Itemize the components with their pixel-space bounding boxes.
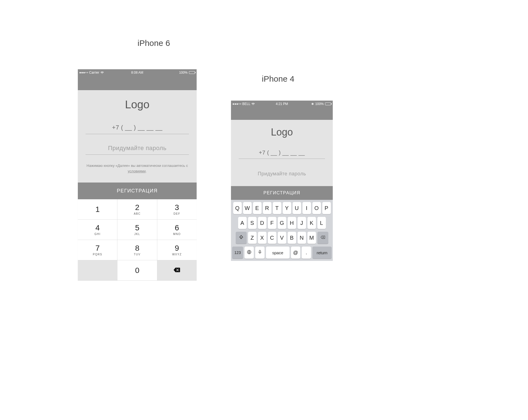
keypad-key-5[interactable]: 5JKL <box>117 220 157 240</box>
globe-key[interactable] <box>244 247 254 259</box>
key-l[interactable]: L <box>317 217 326 229</box>
carrier-label: Carrier <box>89 71 99 74</box>
keypad-key-9[interactable]: 9WXYZ <box>157 240 197 260</box>
battery-percent: 100% <box>315 102 324 106</box>
return-key[interactable]: return <box>312 247 332 259</box>
device-label-iphone6: iPhone 6 <box>138 38 170 48</box>
key-p[interactable]: P <box>322 202 331 214</box>
key-q[interactable]: Q <box>233 202 242 214</box>
device-label-iphone4: iPhone 4 <box>262 74 294 84</box>
space-key[interactable]: space <box>266 247 290 259</box>
numbers-switch-key[interactable]: 123 <box>232 247 243 259</box>
register-button[interactable]: РЕГИСТРАЦИЯ <box>78 183 197 199</box>
phone-iphone4: BELL 4:21 PM ✱ 100% Logo +7 ( __ ) __ __… <box>231 101 333 261</box>
form-content: Logo +7 ( __ ) __ __ __ Придумайте парол… <box>78 90 197 183</box>
password-input[interactable]: Придумайте пароль <box>239 169 325 179</box>
key-d[interactable]: D <box>258 217 266 229</box>
key-t[interactable]: T <box>273 202 281 214</box>
key-k[interactable]: K <box>307 217 316 229</box>
numeric-keypad: 12ABC3DEF4GHI5JKL6MNO7PQRS8TUV9WXYZ 0 <box>78 199 197 281</box>
keypad-key-7[interactable]: 7PQRS <box>78 240 117 260</box>
keypad-key-8[interactable]: 8TUV <box>117 240 157 260</box>
bluetooth-icon: ✱ <box>311 102 314 106</box>
key-f[interactable]: F <box>268 217 276 229</box>
wifi-icon <box>100 71 104 74</box>
phone-input[interactable]: +7 ( __ ) __ __ __ <box>86 122 189 134</box>
nav-bar <box>231 107 333 120</box>
keypad-key-4[interactable]: 4GHI <box>78 220 117 240</box>
mic-key[interactable] <box>255 247 265 259</box>
key-n[interactable]: N <box>298 232 306 244</box>
mic-icon <box>257 250 262 256</box>
signal-dots-icon <box>233 103 241 105</box>
key-s[interactable]: S <box>248 217 257 229</box>
logo-text: Logo <box>237 126 327 138</box>
key-u[interactable]: U <box>293 202 301 214</box>
keypad-blank <box>78 260 117 281</box>
battery-icon <box>325 103 331 105</box>
key-h[interactable]: H <box>288 217 296 229</box>
key-y[interactable]: Y <box>283 202 291 214</box>
svg-rect-1 <box>259 250 261 252</box>
key-w[interactable]: W <box>243 202 252 214</box>
key-i[interactable]: I <box>302 202 311 214</box>
backspace-key[interactable] <box>317 232 328 244</box>
status-time: 8:08 AM <box>131 71 143 74</box>
keypad-key-0[interactable]: 0 <box>117 260 157 281</box>
terms-link[interactable]: условиями <box>128 169 146 173</box>
keypad-key-6[interactable]: 6MNO <box>157 220 197 240</box>
battery-icon <box>189 71 195 74</box>
form-content: Logo +7 ( __ ) __ __ __ Придумайте парол… <box>231 120 333 186</box>
globe-icon <box>247 250 252 256</box>
phone-iphone6: Carrier 8:08 AM 100% Logo +7 ( __ ) __ _… <box>78 69 197 281</box>
terms-text: Нажимаю кнопку «Далее» вы автоматически … <box>84 163 191 177</box>
status-time: 4:21 PM <box>276 102 288 106</box>
key-g[interactable]: G <box>278 217 286 229</box>
dot-key[interactable]: . <box>302 247 311 259</box>
phone-input[interactable]: +7 ( __ ) __ __ __ <box>239 147 325 159</box>
keypad-key-3[interactable]: 3DEF <box>157 199 197 220</box>
key-x[interactable]: X <box>258 232 266 244</box>
key-o[interactable]: O <box>312 202 321 214</box>
password-input[interactable]: Придумайте пароль <box>86 142 189 155</box>
key-b[interactable]: B <box>288 232 296 244</box>
backspace-icon <box>173 267 181 274</box>
register-button[interactable]: РЕГИСТРАЦИЯ <box>231 186 333 200</box>
shift-key[interactable] <box>236 232 247 244</box>
keypad-key-2[interactable]: 2ABC <box>117 199 157 220</box>
backspace-icon <box>320 235 325 241</box>
keypad-backspace[interactable] <box>157 260 197 281</box>
qwerty-keyboard: QWERTYUIOP ASDFGHJKL ZXCVBNM 123 <box>231 200 333 261</box>
shift-icon <box>239 235 244 241</box>
key-a[interactable]: A <box>238 217 247 229</box>
key-v[interactable]: V <box>278 232 286 244</box>
key-z[interactable]: Z <box>248 232 257 244</box>
at-key[interactable]: @ <box>291 247 300 259</box>
keypad-key-1[interactable]: 1 <box>78 199 117 220</box>
status-bar: BELL 4:21 PM ✱ 100% <box>231 101 333 107</box>
signal-dots-icon <box>79 72 88 73</box>
key-e[interactable]: E <box>253 202 262 214</box>
key-m[interactable]: M <box>307 232 316 244</box>
logo-text: Logo <box>84 98 191 111</box>
nav-bar <box>78 76 197 90</box>
key-c[interactable]: C <box>268 232 276 244</box>
wifi-icon <box>251 102 255 106</box>
carrier-label: BELL <box>242 102 250 106</box>
status-bar: Carrier 8:08 AM 100% <box>78 69 197 76</box>
key-j[interactable]: J <box>298 217 306 229</box>
key-r[interactable]: R <box>263 202 271 214</box>
battery-percent: 100% <box>179 71 188 74</box>
